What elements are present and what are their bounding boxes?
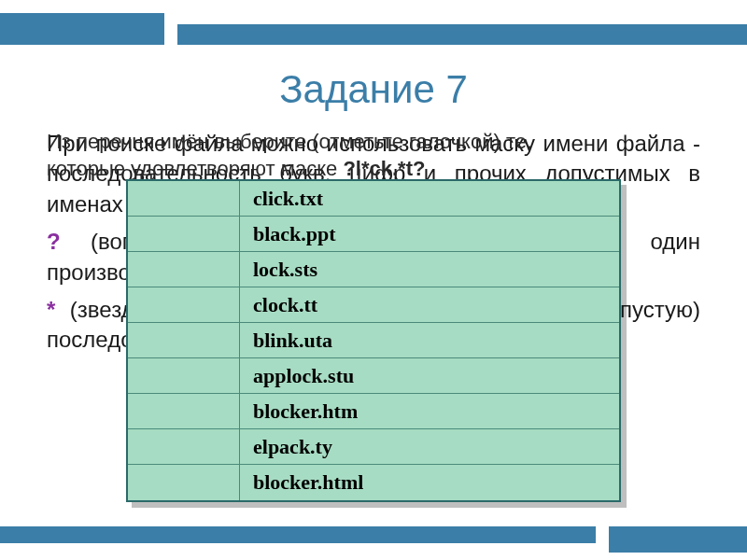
checkbox-cell[interactable] xyxy=(128,287,240,322)
filename-cell: click.txt xyxy=(240,187,619,211)
checkbox-cell[interactable] xyxy=(128,465,240,500)
table-row: blink.uta xyxy=(128,323,619,358)
table-row: applock.stu xyxy=(128,358,619,394)
slide-title: Задание 7 xyxy=(0,67,747,112)
checkbox-cell[interactable] xyxy=(128,394,240,428)
table-row: elpack.ty xyxy=(128,429,619,465)
checkbox-cell[interactable] xyxy=(128,217,240,251)
table-row: blocker.htm xyxy=(128,394,619,429)
filename-cell: black.ppt xyxy=(240,222,619,246)
filename-cell: elpack.ty xyxy=(240,435,619,459)
symbol-question: ? xyxy=(47,229,61,254)
table-row: black.ppt xyxy=(128,217,619,252)
checkbox-cell[interactable] xyxy=(128,252,240,287)
filename-cell: clock.tt xyxy=(240,293,619,317)
table-row: clock.tt xyxy=(128,287,619,323)
filename-cell: applock.stu xyxy=(240,364,619,388)
checkbox-cell[interactable] xyxy=(128,429,240,464)
task-instruction: Из перечня имён выберите (отметьте галоч… xyxy=(47,129,700,182)
checkbox-cell[interactable] xyxy=(128,181,240,216)
filename-cell: blink.uta xyxy=(240,329,619,353)
top-ribbon xyxy=(0,0,747,60)
table-row: lock.sts xyxy=(128,252,619,287)
filename-cell: blocker.htm xyxy=(240,399,619,424)
file-mask: ?l*ck.*t? xyxy=(343,157,425,180)
table-row: blocker.html xyxy=(128,465,619,500)
checkbox-cell[interactable] xyxy=(128,323,240,357)
bottom-ribbon xyxy=(0,513,747,560)
filename-cell: blocker.html xyxy=(240,470,619,495)
filename-cell: lock.sts xyxy=(240,258,619,282)
file-list-table: click.txt black.ppt lock.sts clock.tt bl… xyxy=(126,179,621,502)
checkbox-cell[interactable] xyxy=(128,358,240,393)
table-row: click.txt xyxy=(128,181,619,217)
symbol-asterisk: * xyxy=(47,297,55,322)
